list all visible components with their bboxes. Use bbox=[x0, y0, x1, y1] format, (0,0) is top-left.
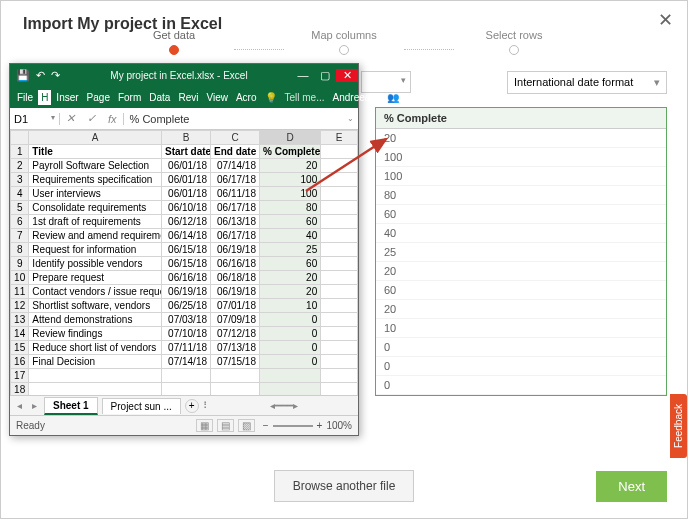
excel-user[interactable]: Andreea... bbox=[330, 90, 382, 105]
cell[interactable]: 06/16/18 bbox=[211, 257, 260, 271]
date-format-select[interactable]: International date format▾ bbox=[507, 71, 667, 94]
cell[interactable] bbox=[29, 383, 162, 396]
cell[interactable]: 06/25/18 bbox=[162, 299, 211, 313]
cell[interactable] bbox=[162, 369, 211, 383]
col-header[interactable]: B bbox=[162, 131, 211, 145]
sheet-tab-2[interactable]: Project sun ... bbox=[102, 398, 181, 414]
cell[interactable]: 0 bbox=[260, 341, 321, 355]
ribbon-acrobat[interactable]: Acro bbox=[233, 90, 260, 105]
tell-me-icon[interactable]: 💡 bbox=[262, 90, 280, 105]
cell[interactable]: Review and amend requirements bbox=[29, 229, 162, 243]
cell[interactable]: 06/14/18 bbox=[162, 229, 211, 243]
cell[interactable]: 06/13/18 bbox=[211, 215, 260, 229]
row-header[interactable]: 11 bbox=[11, 285, 29, 299]
cell[interactable]: 06/01/18 bbox=[162, 159, 211, 173]
zoom-level[interactable]: 100% bbox=[326, 420, 352, 431]
row-header[interactable]: 13 bbox=[11, 313, 29, 327]
cell[interactable]: Shortlist software, vendors bbox=[29, 299, 162, 313]
cell[interactable] bbox=[321, 369, 358, 383]
cell[interactable] bbox=[321, 327, 358, 341]
col-header[interactable]: D bbox=[260, 131, 321, 145]
feedback-tab[interactable]: Feedback bbox=[670, 394, 687, 458]
cell[interactable]: 06/01/18 bbox=[162, 187, 211, 201]
cell[interactable] bbox=[321, 215, 358, 229]
cell[interactable] bbox=[29, 369, 162, 383]
cell[interactable]: 20 bbox=[260, 285, 321, 299]
cell[interactable]: 0 bbox=[260, 327, 321, 341]
cell[interactable]: 06/10/18 bbox=[162, 201, 211, 215]
col-header[interactable]: C bbox=[211, 131, 260, 145]
tell-me[interactable]: Tell me... bbox=[282, 90, 328, 105]
cell[interactable]: Attend demonstrations bbox=[29, 313, 162, 327]
cell[interactable]: 07/14/18 bbox=[162, 355, 211, 369]
cell[interactable]: 07/09/18 bbox=[211, 313, 260, 327]
cell[interactable]: 06/17/18 bbox=[211, 201, 260, 215]
cell[interactable]: Identify possible vendors bbox=[29, 257, 162, 271]
cell[interactable]: 0 bbox=[260, 355, 321, 369]
row-header[interactable]: 15 bbox=[11, 341, 29, 355]
sheet-nav-prev-icon[interactable]: ◂ bbox=[14, 400, 25, 411]
wizard-step-selectrows[interactable]: Select rows bbox=[454, 29, 574, 55]
cell[interactable]: 06/15/18 bbox=[162, 243, 211, 257]
cell[interactable]: 80 bbox=[260, 201, 321, 215]
cell[interactable]: 07/10/18 bbox=[162, 327, 211, 341]
cell[interactable] bbox=[321, 145, 358, 159]
cell[interactable]: Final Decision bbox=[29, 355, 162, 369]
next-button[interactable]: Next bbox=[596, 471, 667, 502]
row-header[interactable]: 4 bbox=[11, 187, 29, 201]
wizard-step-getdata[interactable]: Get data bbox=[114, 29, 234, 55]
cell[interactable]: 06/11/18 bbox=[211, 187, 260, 201]
ribbon-data[interactable]: Data bbox=[146, 90, 173, 105]
cell[interactable]: 60 bbox=[260, 215, 321, 229]
row-header[interactable]: 9 bbox=[11, 257, 29, 271]
zoom-slider[interactable] bbox=[273, 425, 313, 427]
cell[interactable] bbox=[321, 201, 358, 215]
cancel-formula-icon[interactable]: ✕ bbox=[60, 112, 81, 125]
cell[interactable] bbox=[321, 271, 358, 285]
cell[interactable] bbox=[321, 313, 358, 327]
cell[interactable] bbox=[162, 383, 211, 396]
view-pagelayout-icon[interactable]: ▤ bbox=[217, 419, 234, 432]
cell[interactable]: Payroll Software Selection bbox=[29, 159, 162, 173]
cell[interactable]: 20 bbox=[260, 271, 321, 285]
save-icon[interactable]: 💾 bbox=[16, 69, 30, 82]
cell[interactable]: 06/16/18 bbox=[162, 271, 211, 285]
cell[interactable]: Reduce short list of vendors bbox=[29, 341, 162, 355]
enter-formula-icon[interactable]: ✓ bbox=[81, 112, 102, 125]
minimize-icon[interactable]: — bbox=[292, 69, 314, 82]
spreadsheet[interactable]: ABCDE 1TitleStart dateEnd date% Complete… bbox=[10, 130, 358, 395]
redo-icon[interactable]: ↷ bbox=[51, 69, 60, 82]
cell[interactable]: End date bbox=[211, 145, 260, 159]
cell[interactable]: 25 bbox=[260, 243, 321, 257]
row-header[interactable]: 14 bbox=[11, 327, 29, 341]
row-header[interactable]: 6 bbox=[11, 215, 29, 229]
cell[interactable] bbox=[321, 257, 358, 271]
ribbon-file[interactable]: File bbox=[14, 90, 36, 105]
cell[interactable]: Title bbox=[29, 145, 162, 159]
cell[interactable]: 40 bbox=[260, 229, 321, 243]
ribbon-view[interactable]: View bbox=[203, 90, 231, 105]
col-header[interactable]: E bbox=[321, 131, 358, 145]
cell[interactable]: 60 bbox=[260, 257, 321, 271]
row-header[interactable]: 5 bbox=[11, 201, 29, 215]
cell[interactable]: 06/17/18 bbox=[211, 173, 260, 187]
cell[interactable]: Start date bbox=[162, 145, 211, 159]
zoom-out-icon[interactable]: − bbox=[263, 420, 269, 431]
cell[interactable]: 06/19/18 bbox=[211, 285, 260, 299]
cell[interactable] bbox=[321, 173, 358, 187]
cell[interactable]: 06/01/18 bbox=[162, 173, 211, 187]
ribbon-insert[interactable]: Inser bbox=[53, 90, 81, 105]
cell[interactable]: 100 bbox=[260, 187, 321, 201]
cell[interactable] bbox=[260, 383, 321, 396]
cell[interactable] bbox=[321, 229, 358, 243]
cell[interactable]: Contact vendors / issue request bbox=[29, 285, 162, 299]
cell[interactable] bbox=[321, 383, 358, 396]
sheet-nav-next-icon[interactable]: ▸ bbox=[29, 400, 40, 411]
row-header[interactable]: 8 bbox=[11, 243, 29, 257]
ribbon-review[interactable]: Revi bbox=[175, 90, 201, 105]
cell[interactable]: 20 bbox=[260, 159, 321, 173]
view-normal-icon[interactable]: ▦ bbox=[196, 419, 213, 432]
hscroll-left-icon[interactable]: ◂ bbox=[270, 400, 275, 411]
ribbon-pagelayout[interactable]: Page bbox=[84, 90, 113, 105]
close-dialog-icon[interactable]: ✕ bbox=[658, 9, 673, 31]
